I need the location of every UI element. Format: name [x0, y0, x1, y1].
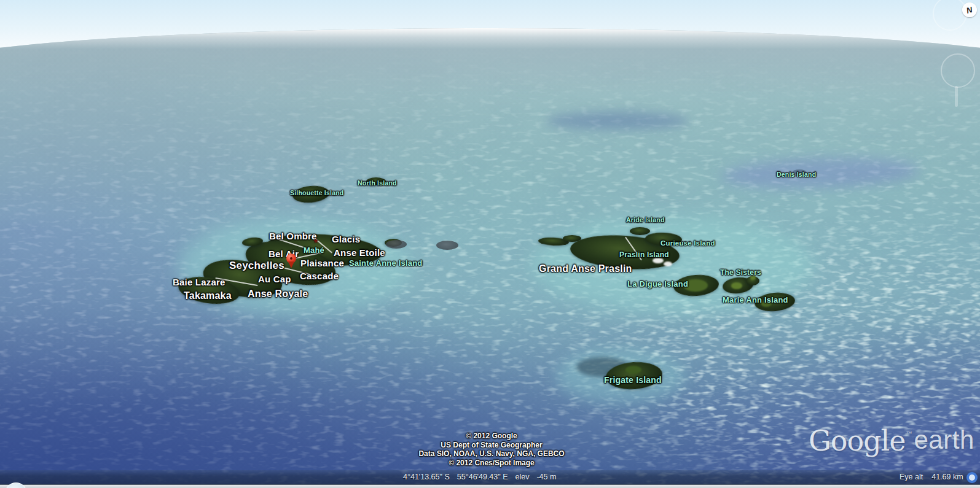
google-earth-window: Bel Ombre Glacis Bel Air Anse Etoile Sey… [0, 0, 980, 488]
latitude-value: 4°41'13.65" S [403, 473, 450, 481]
island-label-sainte-anne[interactable]: Sainte Anne Island [349, 258, 422, 268]
place-label-cascade[interactable]: Cascade [300, 271, 339, 281]
place-label-anse-etoile[interactable]: Anse Etoile [334, 247, 385, 258]
attribution-line: US Dept of State Geographer [418, 441, 564, 450]
compass-n-icon: N [966, 5, 974, 15]
island-label-la-digue[interactable]: La Digue Island [627, 279, 688, 289]
zoom-slider[interactable] [955, 86, 958, 107]
status-bar: 4°41'13.65" S 55°46'49.43" E elev -45 m … [0, 470, 980, 484]
island-label-silhouette[interactable]: Silhouette Island [290, 189, 343, 196]
island-label-mahe[interactable]: Mahé [304, 246, 324, 255]
move-joystick-control[interactable] [941, 53, 975, 88]
eye-altitude: Eye alt 41.69 km [900, 473, 972, 481]
island-label-the-sisters[interactable]: The Sisters [720, 268, 761, 277]
reef-patch [436, 241, 458, 250]
island-label-north[interactable]: North Island [358, 179, 397, 187]
place-label-bel-ombre[interactable]: Bel Ombre [269, 231, 317, 241]
longitude-value: 55°46'49.43" E [457, 473, 508, 481]
place-label-au-cap[interactable]: Au Cap [258, 274, 291, 284]
island-label-praslin[interactable]: Praslin Island [619, 250, 669, 259]
island-label-denis[interactable]: Denis Island [777, 171, 816, 178]
pointer-coordinates: 4°41'13.65" S 55°46'49.43" E elev -45 m [403, 473, 563, 481]
elevation-value: -45 m [536, 473, 556, 481]
denis-shallow-streak [721, 155, 919, 191]
window-bottom-edge [0, 484, 980, 488]
frigate-vegetation [625, 366, 641, 374]
place-label-seychelles[interactable]: Seychelles [229, 260, 284, 272]
map-attribution: © 2012 Google US Dept of State Geographe… [418, 432, 564, 467]
google-earth-logo: Google ™ earth [809, 426, 974, 455]
island-label-marie-ann[interactable]: Marie Ann Island [723, 295, 788, 304]
elevation-label: elev [515, 473, 530, 481]
place-label-grand-anse-praslin[interactable]: Grand Anse Praslin [539, 263, 632, 274]
reef-streak [547, 112, 688, 130]
attribution-line: Data SIO, NOAA, U.S. Navy, NGA, GEBCO [418, 449, 564, 459]
place-label-takamaka[interactable]: Takamaka [184, 290, 232, 301]
aride-terrain [630, 227, 650, 235]
earth-viewport[interactable]: Bel Ombre Glacis Bel Air Anse Etoile Sey… [0, 0, 980, 488]
place-label-glacis[interactable]: Glacis [332, 234, 360, 244]
terrain-layer [0, 0, 980, 488]
island-label-curieuse[interactable]: Curieuse Island [661, 239, 715, 247]
cloud [664, 261, 672, 266]
place-label-plaisance[interactable]: Plaisance [300, 258, 344, 268]
streaming-indicator-icon [966, 472, 978, 483]
capital-star-icon[interactable]: ★ [313, 237, 319, 245]
logo-earth-text: earth [914, 426, 974, 454]
attribution-line: © 2012 Google [418, 432, 564, 441]
island-label-aride[interactable]: Aride Island [626, 216, 665, 223]
eye-alt-label: Eye alt [900, 473, 923, 481]
reef-patch [386, 240, 407, 249]
logo-google-text: Google [809, 426, 906, 455]
eye-alt-value: 41.69 km [931, 473, 963, 481]
attribution-line: © 2012 Cnes/Spot Image [418, 459, 564, 468]
sisters-vegetation [731, 282, 742, 289]
place-label-baie-lazare[interactable]: Baie Lazare [173, 277, 225, 287]
placemark-pin[interactable] [286, 254, 296, 263]
compass-north-button[interactable]: N [962, 2, 977, 17]
logo-tm-mark: ™ [906, 430, 912, 437]
place-label-anse-royale[interactable]: Anse Royale [248, 289, 308, 300]
island-label-frigate[interactable]: Frigate Island [604, 375, 662, 385]
